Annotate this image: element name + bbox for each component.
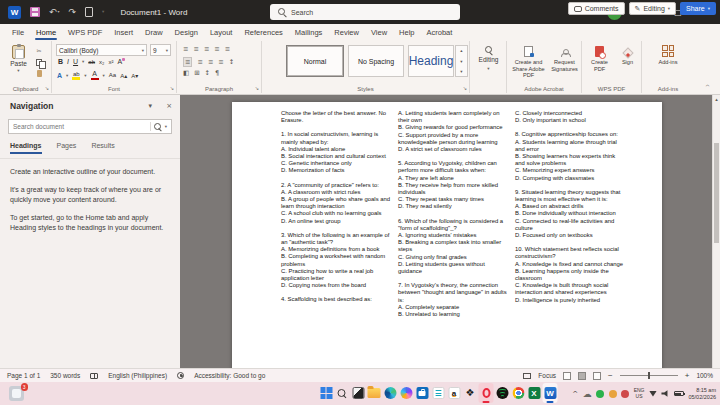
ribbon-tab[interactable]: View bbox=[365, 25, 393, 41]
styles-gallery-scroll[interactable]: ▴ ▾ ▾ bbox=[455, 45, 468, 77]
new-document-icon[interactable] bbox=[85, 7, 93, 17]
scroll-up-icon[interactable]: ▴ bbox=[713, 96, 720, 102]
underline-dropdown-icon[interactable]: ▾ bbox=[82, 59, 84, 64]
document-page[interactable]: Choose the letter of the best answer. No… bbox=[232, 102, 662, 368]
cut-button[interactable]: ✂ bbox=[36, 47, 41, 54]
navigation-tab[interactable]: Results bbox=[91, 142, 114, 154]
ribbon-tab[interactable]: Home bbox=[30, 25, 62, 41]
style-tile[interactable]: No Spacing bbox=[348, 45, 404, 77]
start-button[interactable] bbox=[319, 383, 334, 403]
language-switcher[interactable]: ENGUS bbox=[634, 388, 645, 400]
customize-toolbar-icon[interactable]: ▾ bbox=[102, 10, 104, 15]
excel-icon[interactable]: X bbox=[527, 383, 542, 403]
ribbon-tab[interactable]: Mailings bbox=[289, 25, 329, 41]
accessibility-status[interactable]: Accessibility: Good to go bbox=[194, 372, 265, 379]
create-share-adobe-pdf-button[interactable]: Create and Share Adobe PDF bbox=[510, 45, 547, 79]
opera-icon[interactable] bbox=[479, 383, 494, 403]
font-name-select[interactable]: Calibri (Body)▾ bbox=[56, 44, 147, 56]
bullets-button[interactable]: ≡ bbox=[183, 45, 188, 53]
multilevel-list-button[interactable]: ≡ bbox=[204, 45, 209, 53]
tray-expand-icon[interactable]: ^ bbox=[572, 390, 578, 398]
vertical-scrollbar[interactable]: ▴ bbox=[712, 95, 720, 368]
save-icon[interactable] bbox=[30, 7, 40, 17]
ribbon-tab[interactable]: Draw bbox=[139, 25, 169, 41]
tray-app-icon-red[interactable] bbox=[621, 390, 629, 398]
show-paragraph-marks-button[interactable]: ¶ bbox=[215, 69, 219, 77]
clipboard-dialog-launcher[interactable]: ↘ bbox=[45, 85, 49, 91]
strikethrough-button[interactable]: ab bbox=[88, 59, 95, 65]
ribbon-tab[interactable]: Insert bbox=[108, 25, 139, 41]
read-mode-button[interactable] bbox=[563, 372, 571, 380]
navigation-search-input[interactable] bbox=[13, 123, 147, 130]
clock[interactable]: 8:15 am05/02/2026 bbox=[688, 387, 716, 400]
shrink-font-button[interactable]: A▾ bbox=[131, 72, 138, 79]
navigation-search-icon[interactable] bbox=[154, 123, 162, 131]
superscript-button[interactable]: x² bbox=[108, 59, 113, 65]
document-canvas[interactable]: Choose the letter of the best answer. No… bbox=[180, 95, 712, 368]
notification-app-icon[interactable]: 3 bbox=[9, 386, 24, 401]
grow-font-button[interactable]: A▴ bbox=[120, 72, 127, 79]
underline-button[interactable]: U bbox=[73, 58, 78, 65]
navigation-tab[interactable]: Headings bbox=[10, 142, 42, 154]
dark-square-app-icon[interactable] bbox=[351, 383, 366, 403]
line-spacing-button[interactable]: ↕ bbox=[229, 58, 234, 66]
wifi-icon[interactable] bbox=[649, 391, 657, 397]
ribbon-tab[interactable]: File bbox=[6, 25, 30, 41]
ribbon-tab[interactable]: Acrobat bbox=[420, 25, 458, 41]
navigation-tab[interactable]: Pages bbox=[57, 142, 77, 154]
styles-dialog-launcher[interactable]: ↘ bbox=[463, 85, 467, 91]
ribbon-tab[interactable]: Review bbox=[328, 25, 365, 41]
chrome-icon[interactable] bbox=[511, 383, 526, 403]
font-size-select[interactable]: 9▾ bbox=[150, 44, 171, 56]
clear-formatting-button[interactable]: A bbox=[117, 58, 122, 65]
align-center-button[interactable]: ≡ bbox=[197, 58, 202, 66]
decrease-indent-button[interactable]: ≡ bbox=[214, 45, 219, 53]
style-tile[interactable]: Normal bbox=[286, 45, 344, 77]
paragraph-dialog-launcher[interactable]: ↘ bbox=[255, 85, 259, 91]
align-left-button[interactable]: ≡ bbox=[183, 57, 192, 67]
navigation-pane-close-icon[interactable]: × bbox=[166, 102, 172, 110]
spotify-icon[interactable] bbox=[495, 383, 510, 403]
undo-button[interactable]: ↶▾ bbox=[49, 8, 60, 17]
text-effects-button[interactable]: A bbox=[57, 72, 62, 79]
ribbon-tab[interactable]: Layout bbox=[204, 25, 239, 41]
share-button[interactable]: Share▾ bbox=[680, 2, 716, 15]
copilot-icon[interactable] bbox=[399, 383, 414, 403]
ribbon-tab[interactable]: Help bbox=[393, 25, 420, 41]
undo-dropdown-icon[interactable]: ▾ bbox=[58, 10, 60, 14]
zoom-in-button[interactable]: + bbox=[685, 371, 690, 380]
request-signatures-button[interactable]: Request Signatures bbox=[549, 45, 580, 72]
font-color-button[interactable]: A bbox=[91, 70, 99, 80]
format-painter-button[interactable] bbox=[37, 70, 42, 77]
change-case-button[interactable]: Aa bbox=[109, 72, 116, 78]
word-count[interactable]: 350 words bbox=[50, 372, 80, 379]
highlight-color-button[interactable]: ab bbox=[72, 71, 80, 80]
web-layout-button[interactable] bbox=[593, 372, 601, 380]
bold-button[interactable]: B bbox=[58, 58, 63, 65]
collapse-ribbon-button[interactable]: ^ bbox=[705, 83, 710, 90]
align-right-button[interactable]: ≡ bbox=[208, 58, 213, 66]
search-bar[interactable]: Search bbox=[270, 4, 460, 20]
onedrive-icon[interactable]: ☁ bbox=[583, 389, 592, 399]
shading-button[interactable]: ◧ bbox=[183, 69, 189, 77]
increase-indent-button[interactable]: ≡ bbox=[225, 45, 230, 53]
ribbon-tab[interactable]: WPS PDF bbox=[62, 25, 108, 41]
zoom-level[interactable]: 100% bbox=[696, 372, 713, 379]
ribbon-tab[interactable]: References bbox=[238, 25, 288, 41]
store-icon[interactable] bbox=[415, 383, 430, 403]
battery-icon[interactable] bbox=[674, 391, 684, 396]
navigation-search-dropdown-icon[interactable]: ▾ bbox=[165, 124, 167, 129]
proofing-icon[interactable] bbox=[90, 373, 98, 379]
style-tile[interactable]: Heading bbox=[408, 45, 454, 77]
ribbon-tab[interactable]: Design bbox=[169, 25, 204, 41]
zoom-out-button[interactable]: − bbox=[608, 371, 613, 380]
file-explorer-icon[interactable] bbox=[367, 383, 382, 403]
dropbox-icon[interactable]: ❖ bbox=[463, 383, 478, 403]
focus-icon[interactable] bbox=[523, 373, 531, 379]
copy-button[interactable] bbox=[36, 59, 42, 66]
redo-button[interactable]: ↷ bbox=[69, 8, 77, 17]
paste-button[interactable]: Paste ▾ bbox=[5, 45, 32, 73]
justify-button[interactable]: ≡ bbox=[218, 58, 223, 66]
page-indicator[interactable]: Page 1 of 1 bbox=[7, 372, 40, 379]
word-taskbar-icon[interactable]: W bbox=[543, 383, 558, 403]
